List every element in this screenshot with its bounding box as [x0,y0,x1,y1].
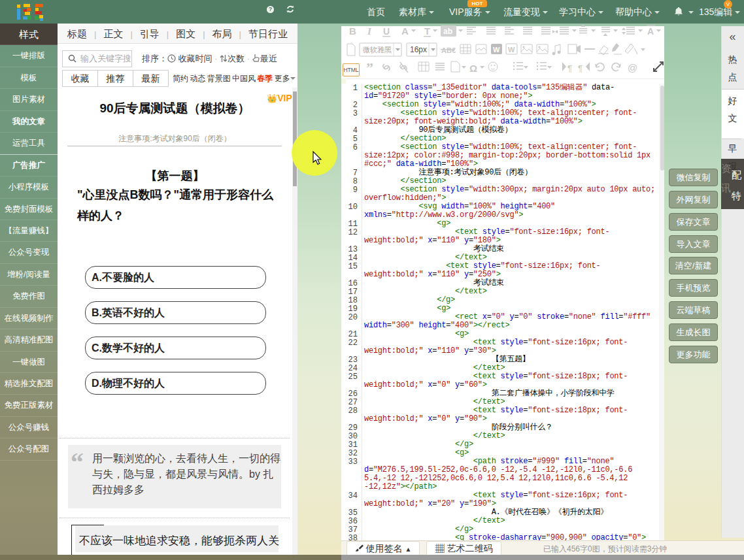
svg-text:T: T [424,25,430,37]
svg-text:A: A [401,25,409,37]
svg-text:B: B [349,25,356,37]
svg-text:Ω: Ω [469,63,477,74]
svg-text:”: ” [366,59,373,76]
svg-text:¶: ¶ [567,63,572,73]
svg-text:AB€: AB€ [441,46,456,54]
svg-text:@: @ [628,62,637,73]
svg-text:W: W [493,46,500,54]
svg-text:I: I [367,26,372,37]
svg-text:U: U [383,26,390,37]
svg-text:ab: ab [443,27,452,36]
svg-text:16px: 16px [410,45,427,54]
svg-text:微软雅黑: 微软雅黑 [363,46,392,54]
svg-text:W: W [508,46,515,54]
svg-text:¶: ¶ [578,63,583,73]
svg-text:A: A [647,26,654,37]
